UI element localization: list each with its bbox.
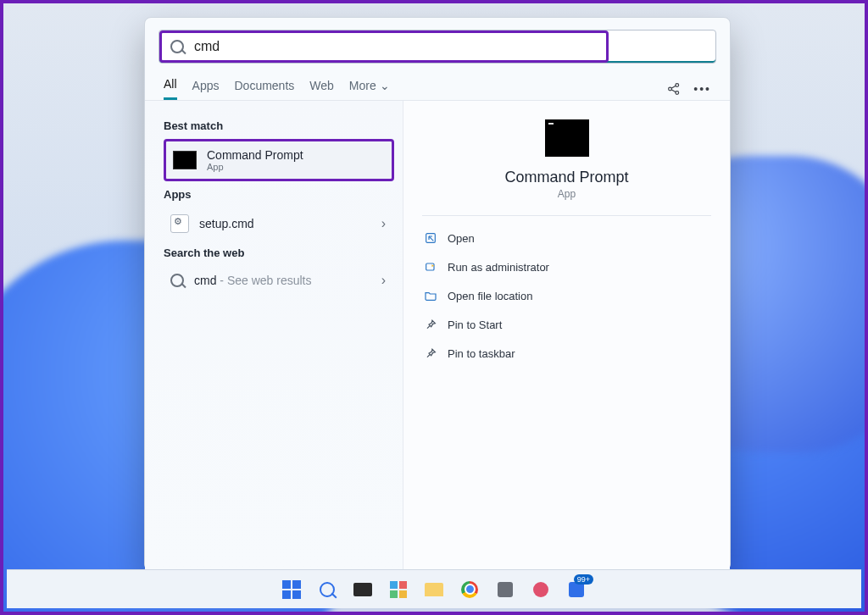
- search-input[interactable]: [191, 33, 598, 60]
- tab-more-label: More: [349, 79, 376, 92]
- chevron-right-icon: ›: [381, 273, 386, 288]
- search-icon: [170, 40, 184, 53]
- taskbar-app-2[interactable]: [526, 574, 556, 605]
- result-title: Command Prompt: [207, 148, 303, 162]
- tab-documents[interactable]: Documents: [234, 79, 294, 99]
- taskbar-app-3[interactable]: 99+: [561, 574, 592, 605]
- taskbar-explorer-button[interactable]: [419, 574, 449, 605]
- tab-all[interactable]: All: [164, 77, 177, 100]
- chevron-down-icon: ⌄: [380, 79, 390, 92]
- open-icon: [424, 231, 437, 245]
- pin-icon: [424, 346, 437, 360]
- action-label: Open: [448, 232, 475, 245]
- taskbar-chrome-button[interactable]: [454, 574, 485, 605]
- search-icon: [170, 274, 184, 287]
- more-options-icon[interactable]: •••: [693, 82, 711, 96]
- pin-icon: [424, 318, 437, 331]
- tab-web[interactable]: Web: [309, 79, 334, 99]
- taskbar-taskview-button[interactable]: [348, 574, 378, 605]
- search-results-column: Best match Command Prompt App Apps setup…: [145, 101, 403, 570]
- section-search-web: Search the web: [164, 247, 394, 259]
- result-setup-cmd[interactable]: setup.cmd ›: [164, 208, 394, 240]
- action-pin-taskbar[interactable]: Pin to taskbar: [422, 341, 711, 365]
- tab-more[interactable]: More ⌄: [349, 79, 390, 99]
- start-search-panel: All Apps Documents Web More ⌄ ••• Best m…: [144, 17, 731, 571]
- section-apps: Apps: [164, 188, 394, 201]
- svg-rect-4: [426, 263, 434, 270]
- taskbar-badge: 99+: [574, 574, 593, 585]
- action-open-file-location[interactable]: Open file location: [422, 284, 711, 308]
- result-preview-pane: Command Prompt App Open Run as administr…: [403, 101, 730, 570]
- action-run-admin[interactable]: Run as administrator: [422, 255, 711, 279]
- share-icon[interactable]: [666, 81, 682, 97]
- command-prompt-icon: [545, 119, 589, 157]
- action-label: Run as administrator: [448, 261, 549, 274]
- result-title: setup.cmd: [199, 217, 254, 230]
- tab-apps[interactable]: Apps: [192, 79, 220, 99]
- search-filter-tabs: All Apps Documents Web More ⌄ •••: [145, 69, 730, 101]
- search-bar[interactable]: [159, 30, 716, 64]
- admin-icon: [424, 260, 437, 274]
- taskbar-search-button[interactable]: [312, 574, 342, 605]
- start-button[interactable]: [276, 574, 307, 605]
- section-best-match: Best match: [164, 119, 394, 132]
- command-prompt-icon: [173, 151, 197, 169]
- result-command-prompt[interactable]: Command Prompt App: [164, 139, 394, 181]
- folder-icon: [424, 289, 437, 302]
- action-pin-start[interactable]: Pin to Start: [422, 313, 711, 336]
- taskbar: 99+: [7, 569, 861, 608]
- taskbar-widgets-button[interactable]: [383, 574, 414, 605]
- chevron-right-icon: ›: [381, 216, 386, 231]
- taskbar-app-1[interactable]: [490, 574, 520, 605]
- action-label: Pin to taskbar: [448, 347, 515, 360]
- result-web-cmd[interactable]: cmd - See web results ›: [164, 266, 394, 295]
- action-label: Pin to Start: [448, 319, 502, 331]
- result-subtitle: App: [207, 162, 303, 172]
- file-icon: [170, 214, 189, 233]
- preview-subtitle: App: [558, 188, 576, 200]
- action-open[interactable]: Open: [422, 226, 711, 250]
- preview-title: Command Prompt: [504, 169, 628, 186]
- result-title: cmd - See web results: [194, 274, 312, 287]
- action-label: Open file location: [448, 290, 532, 302]
